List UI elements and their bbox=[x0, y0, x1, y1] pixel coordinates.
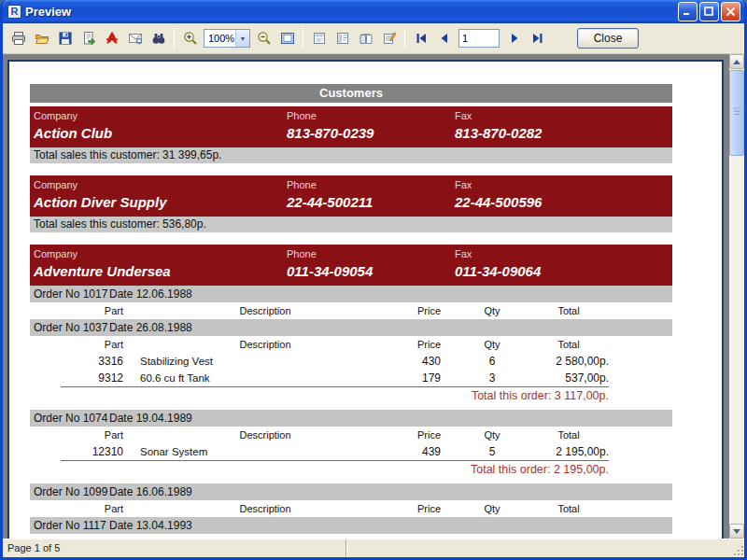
outline-icon bbox=[335, 31, 350, 46]
description-header: Description bbox=[123, 500, 385, 517]
scrollbar-thumb[interactable] bbox=[729, 70, 744, 156]
page-number-input[interactable] bbox=[458, 29, 500, 48]
print-button[interactable] bbox=[7, 27, 30, 50]
order-number: Order No 1037 bbox=[34, 319, 109, 336]
order-date: Date 16.06.1989 bbox=[109, 485, 192, 498]
table-header-row: PartDescriptionPriceQtyTotal bbox=[30, 500, 672, 517]
print-icon bbox=[11, 31, 26, 46]
maximize-button[interactable] bbox=[699, 2, 719, 21]
description-header: Description bbox=[123, 302, 385, 319]
order-date: Date 12.06.1988 bbox=[109, 287, 192, 301]
description-header: Description bbox=[123, 336, 385, 353]
page-background: CustomersCompanyPhoneFaxAction Club813-8… bbox=[3, 54, 729, 539]
section-gap bbox=[30, 232, 672, 245]
customer-band-labels: CompanyPhoneFax bbox=[34, 109, 672, 123]
find-button[interactable] bbox=[147, 27, 170, 50]
fax-value: 22-44-500596 bbox=[455, 192, 672, 212]
save-icon bbox=[58, 31, 73, 46]
export-icon bbox=[81, 31, 96, 46]
report-title: Customers bbox=[30, 84, 672, 103]
table-header-row: PartDescriptionPriceQtyTotal bbox=[30, 427, 672, 443]
customer-band-values: Action Club813-870-0239813-870-0282 bbox=[34, 123, 672, 143]
zoom-out-icon bbox=[257, 31, 272, 46]
last-page-icon bbox=[530, 31, 545, 46]
minimize-icon bbox=[683, 7, 693, 17]
next-page-button[interactable] bbox=[502, 27, 526, 50]
prev-page-button[interactable] bbox=[432, 27, 456, 50]
find-binoculars-icon bbox=[151, 31, 166, 46]
order-bar: Order No 1099Date 16.06.1989 bbox=[30, 483, 672, 500]
toolbar: 100% ▼ bbox=[3, 23, 744, 54]
thumbnails-button[interactable] bbox=[354, 27, 377, 50]
zoom-in-icon bbox=[183, 31, 198, 46]
pdf-icon bbox=[105, 31, 120, 46]
customer-band: CompanyPhoneFaxAction Diver Supply22-44-… bbox=[30, 175, 672, 217]
page-settings-button[interactable] bbox=[307, 27, 331, 50]
close-window-button[interactable] bbox=[721, 2, 740, 21]
order-date: Date 13.04.1993 bbox=[109, 519, 192, 532]
save-button[interactable] bbox=[53, 27, 77, 50]
whole-page-icon bbox=[280, 31, 295, 46]
order-number: Order No 1117 bbox=[34, 517, 109, 534]
first-page-button[interactable] bbox=[409, 27, 432, 50]
order-total-row: Total this order: 2 195,00p. bbox=[30, 461, 672, 479]
prev-page-icon bbox=[437, 31, 452, 46]
vertical-scrollbar[interactable] bbox=[729, 54, 744, 539]
item-price: 179 bbox=[385, 370, 441, 386]
phone-value: 813-870-0239 bbox=[287, 123, 455, 143]
total-header: Total bbox=[543, 427, 609, 443]
scroll-down-icon bbox=[733, 529, 740, 534]
outline-button[interactable] bbox=[331, 27, 354, 50]
price-header: Price bbox=[385, 336, 441, 353]
price-header: Price bbox=[385, 500, 441, 517]
total-header: Total bbox=[543, 302, 609, 319]
zoom-in-button[interactable] bbox=[178, 27, 202, 50]
maximize-icon bbox=[704, 7, 714, 17]
scroll-down-button[interactable] bbox=[729, 524, 744, 539]
open-button[interactable] bbox=[30, 27, 53, 50]
fax-value: 011-34-09064 bbox=[455, 261, 672, 281]
page-settings-icon bbox=[312, 31, 327, 46]
scroll-up-button[interactable] bbox=[729, 54, 744, 69]
fax-label: Fax bbox=[455, 247, 672, 261]
price-header: Price bbox=[385, 302, 441, 319]
zoom-level-value: 100% bbox=[208, 33, 234, 44]
customer-band-values: Action Diver Supply22-44-50021122-44-500… bbox=[34, 192, 672, 212]
order-bar: Order No 1037Date 26.08.1988 bbox=[30, 319, 672, 336]
resize-grip[interactable] bbox=[731, 543, 743, 555]
edit-page-button[interactable] bbox=[377, 27, 401, 50]
minimize-button[interactable] bbox=[678, 2, 698, 21]
item-price: 439 bbox=[385, 443, 441, 460]
part-header: Part bbox=[30, 500, 123, 517]
phone-label: Phone bbox=[287, 247, 455, 261]
zoom-out-button[interactable] bbox=[252, 27, 275, 50]
last-page-button[interactable] bbox=[526, 27, 549, 50]
zoom-level-select[interactable]: 100% ▼ bbox=[204, 29, 250, 48]
titlebar[interactable]: R Preview bbox=[3, 0, 744, 23]
export-button[interactable] bbox=[77, 27, 100, 50]
qty-header: Qty bbox=[441, 427, 543, 443]
report-content: CustomersCompanyPhoneFaxAction Club813-8… bbox=[30, 84, 672, 539]
order-item-row: 931260.6 cu ft Tank1793537,00p. bbox=[30, 370, 672, 386]
order-bar: Order No 1017Date 12.06.1988 bbox=[30, 286, 672, 302]
item-total: 2 580,00p. bbox=[543, 353, 609, 370]
customer-band-labels: CompanyPhoneFax bbox=[34, 178, 672, 192]
customer-band: CompanyPhoneFaxAdventure Undersea011-34-… bbox=[30, 245, 672, 286]
company-label: Company bbox=[34, 178, 287, 192]
order-date: Date 19.04.1989 bbox=[109, 412, 192, 425]
qty-header: Qty bbox=[441, 336, 543, 353]
table-header-row: PartDescriptionPriceQtyTotal bbox=[30, 336, 672, 353]
item-qty: 6 bbox=[441, 353, 543, 370]
whole-page-button[interactable] bbox=[275, 27, 299, 50]
export-pdf-button[interactable] bbox=[100, 27, 123, 50]
send-email-button[interactable] bbox=[123, 27, 147, 50]
toolbar-separator bbox=[303, 28, 303, 49]
table-header-row: PartDescriptionPriceQtyTotal bbox=[30, 302, 672, 319]
part-header: Part bbox=[30, 336, 123, 353]
fax-label: Fax bbox=[455, 178, 672, 192]
next-page-icon bbox=[507, 31, 522, 46]
close-preview-button[interactable]: Close bbox=[577, 28, 639, 49]
order-date: Date 26.08.1988 bbox=[109, 321, 192, 334]
item-total: 2 195,00p. bbox=[543, 443, 609, 460]
edit-page-icon bbox=[382, 31, 397, 46]
